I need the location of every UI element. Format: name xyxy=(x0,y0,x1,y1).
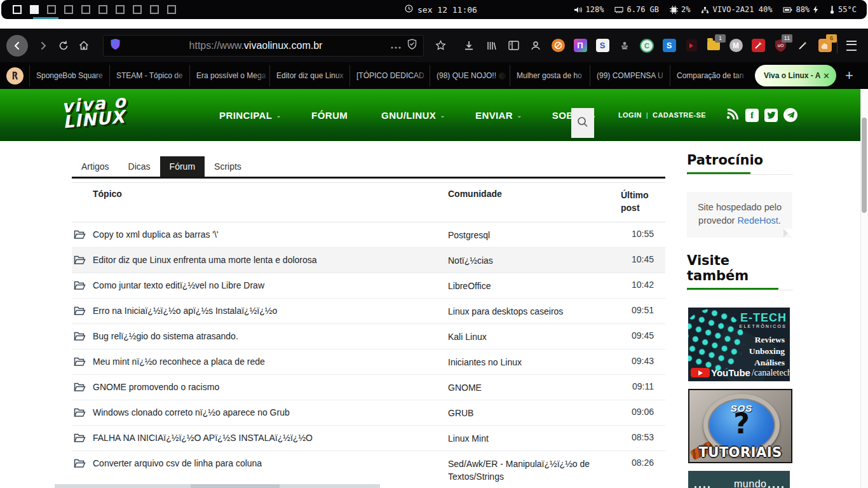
scrollbar-thumb[interactable] xyxy=(862,118,867,213)
tab-close-icon[interactable]: ✕ xyxy=(823,71,830,81)
active-tab[interactable]: Viva o Linux - A ✕ xyxy=(755,65,836,86)
ext-skype-icon[interactable]: S xyxy=(661,37,677,54)
page-scrollbar[interactable] xyxy=(860,89,868,488)
topic-link[interactable]: Erro na Iniciaï¿½ï¿½o apï¿½s Instalaï¿½ï… xyxy=(93,305,448,317)
forward-button[interactable] xyxy=(33,36,53,56)
community-link[interactable]: LibreOffice xyxy=(448,280,621,292)
address-bar[interactable]: https://www.vivaolinux.com.br xyxy=(103,35,424,57)
nav-principal[interactable]: PRINCIPAL⌄ xyxy=(219,110,281,121)
workspace-button-active[interactable] xyxy=(30,5,39,14)
topic-link[interactable]: Converter arquivo csv de linha para colu… xyxy=(93,458,448,470)
table-row[interactable]: GNOME promovendo o racismo GNOME 09:11 xyxy=(72,375,665,400)
battery-indicator[interactable]: 88% xyxy=(783,5,818,14)
library-icon[interactable] xyxy=(483,37,499,54)
pinned-tab-favicon[interactable] xyxy=(0,64,29,87)
browser-tab[interactable]: (99) COMPENSA U xyxy=(590,65,670,86)
etech-banner-ad[interactable]: E-TECH ELETRÔNICOS Reviews Unboxing Anál… xyxy=(688,308,790,381)
back-button[interactable] xyxy=(6,35,28,57)
table-row[interactable]: Windows clonado correto nï¿½o aparece no… xyxy=(72,400,665,426)
login-link[interactable]: LOGIN xyxy=(618,111,642,119)
ext-dark-icon[interactable] xyxy=(683,37,700,54)
ublock-origin-icon[interactable]: uO11 xyxy=(772,37,789,54)
table-row[interactable]: Copy to xml duplica as barras '\' Postgr… xyxy=(72,222,665,248)
mundo-open-banner-ad[interactable]: mundo Open HELP DESK xyxy=(688,471,790,488)
browser-tab[interactable]: SpongeBob Square xyxy=(29,65,109,86)
community-link[interactable]: Postgresql xyxy=(448,229,621,241)
nav-gnulinux[interactable]: GNU/LINUX⌄ xyxy=(381,110,445,121)
memory-indicator[interactable]: 6.76 GB xyxy=(614,5,659,14)
topic-link[interactable]: Como juntar texto editï¿½vel no Libre Dr… xyxy=(93,280,448,292)
vivaolinux-logo[interactable]: viva o LINUX xyxy=(61,94,128,130)
downloads-icon[interactable] xyxy=(461,37,477,54)
topic-link[interactable]: Windows clonado correto nï¿½o aparece no… xyxy=(93,407,448,419)
workspace-button[interactable] xyxy=(47,5,56,14)
network-indicator[interactable]: VIVO-2A21 40% xyxy=(701,5,772,14)
tab-scripts[interactable]: Scripts xyxy=(205,156,251,177)
tracking-protection-shield-icon[interactable] xyxy=(110,38,121,53)
tab-artigos[interactable]: Artigos xyxy=(72,156,119,177)
community-link[interactable]: Sed/Awk/ER - Manipulaï¿½ï¿½o de Textos/S… xyxy=(448,458,621,483)
nav-forum[interactable]: FÓRUM xyxy=(311,110,351,121)
community-link[interactable]: Iniciantes no Linux xyxy=(448,356,621,369)
workspace-button[interactable] xyxy=(13,5,22,14)
community-link[interactable]: Kali Linux xyxy=(448,330,621,343)
magic-wand-icon[interactable] xyxy=(794,37,811,54)
tab-dicas[interactable]: Dicas xyxy=(119,156,160,177)
panel-clock[interactable]: sex 12 11:06 xyxy=(405,0,477,19)
workspace-button[interactable] xyxy=(81,5,90,14)
reload-button[interactable] xyxy=(53,36,74,56)
signup-link[interactable]: CADASTRE-SE xyxy=(653,111,706,119)
telegram-icon[interactable] xyxy=(783,108,797,122)
workspace-button[interactable] xyxy=(98,5,107,14)
topic-link[interactable]: Bug relï¿½gio do sistema atrasando. xyxy=(93,330,448,342)
tab-forum-active[interactable]: Fórum xyxy=(160,156,205,177)
topic-link[interactable]: FALHA NA INICIAï¿½ï¿½O APï¿½S INSTALAï¿½… xyxy=(93,432,448,444)
ext-blocker-circle-icon[interactable] xyxy=(550,37,566,54)
site-search-button[interactable] xyxy=(571,108,594,138)
menu-hamburger-icon[interactable] xyxy=(841,36,862,56)
browser-tab[interactable]: (98) QUE NOJO!! xyxy=(430,65,510,86)
browser-tab[interactable]: Comparação de tan xyxy=(670,65,750,86)
table-row[interactable]: Como juntar texto editï¿½vel no Libre Dr… xyxy=(72,273,665,299)
browser-tab[interactable]: Era possível o Mega xyxy=(189,65,269,86)
rss-icon[interactable] xyxy=(726,107,740,123)
nav-enviar[interactable]: ENVIAR⌄ xyxy=(475,110,522,121)
volume-indicator[interactable]: 128% xyxy=(574,5,604,14)
table-row-highlighted[interactable]: Editor diz que Linux enfrenta uma morte … xyxy=(72,248,665,273)
page-actions-dots-icon[interactable] xyxy=(391,40,401,51)
browser-tab[interactable]: Editor diz que Linux xyxy=(269,65,349,86)
workspace-button[interactable] xyxy=(116,5,125,14)
twitter-icon[interactable] xyxy=(764,109,778,122)
ext-s-white-icon[interactable]: S xyxy=(594,37,611,54)
table-row[interactable]: Bug relï¿½gio do sistema atrasando. Kali… xyxy=(72,324,665,349)
topic-link[interactable]: Meu mint nï¿½o reconhece a placa de rede xyxy=(93,356,448,368)
workspace-button[interactable] xyxy=(150,5,159,14)
ext-red-wand-icon[interactable] xyxy=(750,37,766,54)
ext-portal-icon[interactable]: Π xyxy=(572,37,588,54)
ext-collection-folder-icon[interactable]: 1 xyxy=(705,37,722,54)
community-link[interactable]: Linux Mint xyxy=(448,432,621,445)
community-link[interactable]: Notï¿½cias xyxy=(448,254,621,267)
workspace-button[interactable] xyxy=(133,5,142,14)
community-link[interactable]: GNOME xyxy=(448,381,621,394)
sos-tutoriais-banner-ad[interactable]: SOS ? TUTORIAIS xyxy=(688,389,792,463)
community-link[interactable]: GRUB xyxy=(448,407,621,419)
topic-link[interactable]: Copy to xml duplica as barras '\' xyxy=(93,229,448,241)
new-tab-button[interactable]: + xyxy=(845,67,853,84)
temperature-indicator[interactable]: 55°C xyxy=(829,5,857,14)
url-text[interactable]: https://www.vivaolinux.com.br xyxy=(121,40,391,51)
home-button[interactable] xyxy=(74,36,94,56)
sidebar-toggle-icon[interactable] xyxy=(505,37,522,54)
account-icon[interactable] xyxy=(527,37,544,54)
community-link[interactable]: Linux para desktops caseiros xyxy=(448,305,621,318)
table-row[interactable]: Meu mint nï¿½o reconhece a placa de rede… xyxy=(72,349,665,375)
workspace-button[interactable] xyxy=(64,5,73,14)
topic-link[interactable]: Editor diz que Linux enfrenta uma morte … xyxy=(93,254,448,266)
ext-refresh-green-icon[interactable]: C xyxy=(639,37,655,54)
workspace-button[interactable] xyxy=(167,5,176,14)
browser-tab[interactable]: [TÓPICO DEDICAD xyxy=(349,65,430,86)
ext-m-grey-icon[interactable]: M xyxy=(728,37,744,54)
bookmark-star-icon[interactable] xyxy=(430,36,451,56)
cpu-indicator[interactable]: 2% xyxy=(670,5,690,14)
ext-hand-cart-icon[interactable]: 6 xyxy=(817,37,833,54)
